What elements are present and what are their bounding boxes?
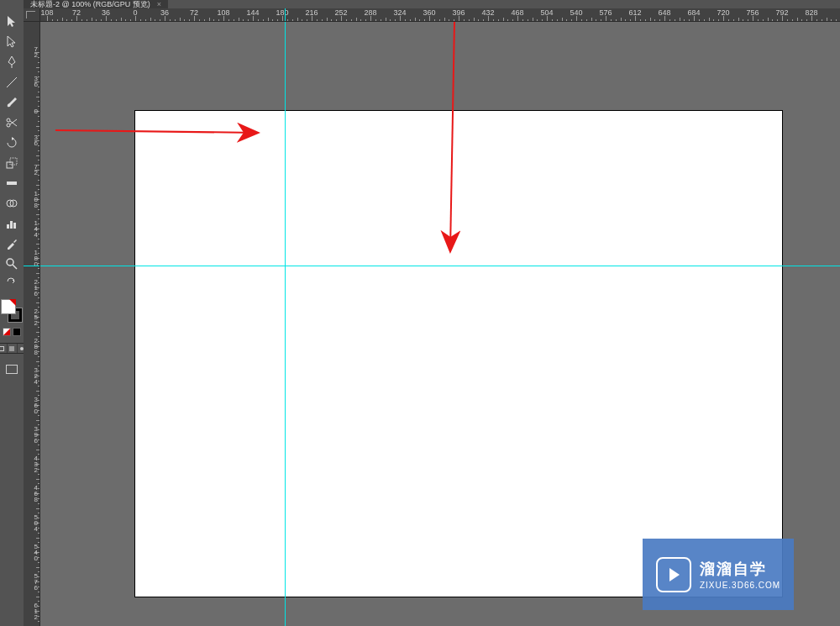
document-tab-bar: 未标题-2 @ 100% (RGB/GPU 预览) × xyxy=(24,0,168,8)
guide-vertical[interactable] xyxy=(285,22,286,626)
ruler-h-label: 108 xyxy=(217,8,229,17)
shape-builder-tool[interactable] xyxy=(3,195,21,212)
ruler-h-label: 720 xyxy=(717,8,729,17)
watermark-title: 溜溜自学 xyxy=(700,559,780,579)
toolbox xyxy=(0,8,24,377)
ruler-h-label: 0 xyxy=(133,8,137,17)
ruler-h-label: 144 xyxy=(246,8,259,17)
watermark: 溜溜自学 ZIXUE.3D66.COM xyxy=(643,539,794,610)
ruler-v-label: 180 xyxy=(24,250,38,267)
ruler-v-label: 468 xyxy=(24,485,38,502)
svg-rect-8 xyxy=(7,224,9,229)
paintbrush-tool[interactable] xyxy=(3,94,21,111)
ruler-h-label: 432 xyxy=(481,8,494,17)
svg-line-0 xyxy=(7,77,17,87)
ruler-v-label: 108 xyxy=(24,191,38,208)
ruler-v-label: 360 xyxy=(24,397,38,414)
line-tool[interactable] xyxy=(3,74,21,91)
direct-selection-tool[interactable] xyxy=(3,34,21,50)
svg-rect-4 xyxy=(10,158,17,165)
ruler-h-label: 504 xyxy=(540,8,553,17)
ruler-origin-corner[interactable] xyxy=(24,8,40,22)
svg-rect-5 xyxy=(7,181,17,185)
svg-line-12 xyxy=(13,265,17,269)
ruler-h-label: 612 xyxy=(628,8,641,17)
svg-point-11 xyxy=(7,259,13,266)
default-fill-stroke xyxy=(3,328,21,336)
ruler-v-label: 324 xyxy=(24,367,38,385)
ruler-h-label: 36 xyxy=(102,8,110,17)
ruler-h-label: 576 xyxy=(599,8,612,17)
column-graph-tool[interactable] xyxy=(3,215,21,232)
fill-swatch[interactable] xyxy=(1,299,16,314)
ruler-v-label: 0 xyxy=(24,108,38,114)
ruler-vertical[interactable]: 7236036721081441802162522883243603964324… xyxy=(24,22,40,626)
scissors-tool[interactable] xyxy=(3,114,21,131)
ruler-v-label: 144 xyxy=(24,220,38,238)
color-icon[interactable] xyxy=(13,328,21,336)
pen-tool[interactable] xyxy=(3,54,21,71)
ruler-v-label: 288 xyxy=(24,338,38,355)
ruler-h-label: 324 xyxy=(393,8,406,17)
document-tab[interactable]: 未标题-2 @ 100% (RGB/GPU 预览) × xyxy=(24,0,168,8)
ruler-h-label: 288 xyxy=(364,8,376,17)
ruler-v-label: 576 xyxy=(24,573,38,591)
ruler-v-label: 612 xyxy=(24,602,38,620)
ruler-h-label: 648 xyxy=(658,8,670,17)
ruler-h-label: 396 xyxy=(452,8,465,17)
watermark-subtitle: ZIXUE.3D66.COM xyxy=(700,581,780,590)
ruler-v-label: 36 xyxy=(24,76,38,87)
ruler-h-label: 72 xyxy=(190,8,198,17)
ruler-h-label: 108 xyxy=(40,8,53,17)
guide-horizontal[interactable] xyxy=(40,266,840,266)
play-icon xyxy=(656,557,691,592)
close-tab-icon[interactable]: × xyxy=(157,0,161,8)
width-tool[interactable] xyxy=(3,175,21,192)
svg-rect-10 xyxy=(13,223,16,229)
ruler-h-label: 468 xyxy=(511,8,523,17)
ruler-h-label: 540 xyxy=(570,8,582,17)
ruler-v-label: 72 xyxy=(24,164,38,176)
scale-tool[interactable] xyxy=(3,155,21,171)
ruler-v-label: 216 xyxy=(24,279,38,297)
draw-normal-button[interactable] xyxy=(0,344,7,353)
ruler-v-label: 396 xyxy=(24,426,38,444)
draw-behind-button[interactable] xyxy=(8,344,17,353)
ruler-h-label: 36 xyxy=(160,8,169,17)
none-color-icon[interactable] xyxy=(3,328,11,336)
eyedropper-tool[interactable] xyxy=(3,235,21,252)
ruler-v-label: 540 xyxy=(24,544,38,561)
ruler-horizontal[interactable]: 1087236036721081441802162522883243603964… xyxy=(40,8,840,22)
ruler-v-label: 252 xyxy=(24,308,38,326)
ruler-v-label: 504 xyxy=(24,514,38,532)
ruler-v-label: 432 xyxy=(24,455,38,473)
ruler-h-label: 828 xyxy=(805,8,817,17)
ruler-v-label: 36 xyxy=(24,134,38,146)
svg-point-2 xyxy=(7,124,10,127)
rotate-tool[interactable] xyxy=(3,134,21,151)
selection-tool[interactable] xyxy=(3,13,21,30)
zoom-tool[interactable] xyxy=(3,255,21,272)
ruler-h-label: 360 xyxy=(423,8,435,17)
screen-mode-button[interactable] xyxy=(3,360,21,377)
ruler-h-label: 792 xyxy=(775,8,788,17)
ruler-h-label: 684 xyxy=(687,8,700,17)
ruler-h-label: 180 xyxy=(276,8,288,17)
ruler-v-label: 72 xyxy=(24,46,38,58)
svg-point-1 xyxy=(7,118,10,122)
ruler-h-label: 756 xyxy=(746,8,759,17)
ruler-h-label: 216 xyxy=(305,8,318,17)
fill-stroke-swatches[interactable] xyxy=(1,299,23,323)
ruler-h-label: 252 xyxy=(334,8,347,17)
swap-fill-stroke-icon[interactable] xyxy=(3,276,21,292)
canvas-area[interactable] xyxy=(40,22,840,626)
artboard xyxy=(135,111,782,597)
ruler-h-label: 72 xyxy=(72,8,81,17)
svg-rect-9 xyxy=(10,221,13,229)
